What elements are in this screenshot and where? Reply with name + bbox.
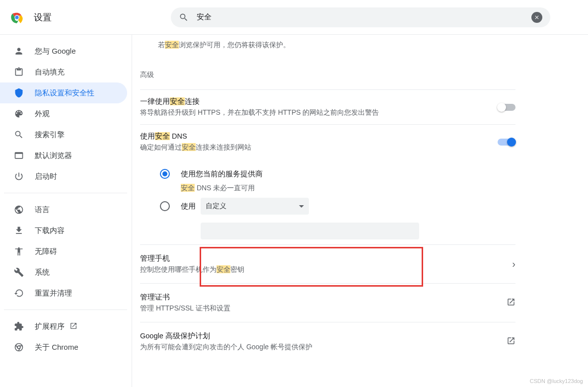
clear-search-button[interactable] xyxy=(531,12,542,23)
wrench-icon xyxy=(14,267,24,277)
always-https-toggle[interactable] xyxy=(498,104,515,111)
sidebar-item-label: 您与 Google xyxy=(35,47,76,56)
protection-description: 若安全浏览保护可用，您仍将获得该保护。 xyxy=(140,38,515,53)
sidebar-item-search-engine[interactable]: 搜索引擎 xyxy=(0,124,127,145)
sidebar-item-label: 隐私设置和安全性 xyxy=(35,88,94,98)
close-icon xyxy=(534,14,540,20)
advanced-protection-row[interactable]: Google 高级保护计划 为所有可能会遭到定向攻击的个人 Google 帐号提… xyxy=(140,322,515,361)
sidebar-item-label: 外观 xyxy=(35,109,50,119)
sidebar-item-startup[interactable]: 启动时 xyxy=(0,166,127,187)
sidebar-item-label: 下载内容 xyxy=(35,226,65,235)
sidebar: 您与 Google 自动填充 隐私设置和安全性 外观 搜索引擎 默认浏览器 启动… xyxy=(0,35,132,387)
sidebar-item-autofill[interactable]: 自动填充 xyxy=(0,62,127,82)
secure-dns-toggle[interactable] xyxy=(498,139,515,146)
globe-icon xyxy=(14,205,24,215)
search-icon xyxy=(179,12,189,22)
manage-certificates-row[interactable]: 管理证书 管理 HTTPS/SSL 证书和设置 xyxy=(140,283,515,322)
sidebar-item-label: 启动时 xyxy=(35,172,57,181)
open-external-icon xyxy=(507,336,515,347)
dns-option-custom[interactable]: 使用 自定义 xyxy=(160,198,515,215)
open-external-icon xyxy=(70,322,77,331)
download-icon xyxy=(14,226,24,235)
sidebar-item-privacy-security[interactable]: 隐私设置和安全性 xyxy=(0,82,127,103)
chrome-logo-icon xyxy=(10,10,24,24)
restore-icon xyxy=(14,288,24,298)
radio-label: 使用 xyxy=(181,202,196,211)
power-icon xyxy=(14,171,24,181)
dns-provider-dropdown[interactable]: 自定义 xyxy=(201,198,309,215)
main-content: 若安全浏览保护可用，您仍将获得该保护。 高级 一律使用安全连接 将导航路径升级到… xyxy=(132,35,588,387)
manage-certificates-sub: 管理 HTTPS/SSL 证书和设置 xyxy=(140,304,230,313)
page-title: 设置 xyxy=(34,11,52,23)
sidebar-item-label: 默认浏览器 xyxy=(35,151,72,160)
sidebar-item-appearance[interactable]: 外观 xyxy=(0,103,127,124)
always-https-title: 一律使用安全连接 xyxy=(140,97,498,106)
person-icon xyxy=(14,46,24,56)
secure-dns-options: 使用您当前的服务提供商 安全 DNS 未必一直可用 使用 自定义 xyxy=(140,159,515,244)
sidebar-item-label: 无障碍 xyxy=(35,247,57,256)
advanced-protection-sub: 为所有可能会遭到定向攻击的个人 Google 帐号提供保护 xyxy=(140,343,312,352)
clipboard-icon xyxy=(14,67,24,77)
manage-phones-sub: 控制您使用哪些手机作为安全密钥 xyxy=(140,265,244,274)
radio-label: 使用您当前的服务提供商 xyxy=(181,169,263,179)
dns-option-current-sub: 安全 DNS 未必一直可用 xyxy=(181,184,515,193)
divider xyxy=(4,193,127,193)
app-header: 设置 安全 xyxy=(0,0,588,35)
divider xyxy=(4,310,127,310)
sidebar-item-default-browser[interactable]: 默认浏览器 xyxy=(0,145,127,166)
sidebar-item-label: 搜索引擎 xyxy=(35,130,65,140)
dns-custom-input[interactable] xyxy=(201,223,419,239)
sidebar-item-downloads[interactable]: 下载内容 xyxy=(0,220,127,241)
accessibility-icon xyxy=(14,246,24,256)
secure-dns-row: 使用安全 DNS 确定如何通过安全连接来连接到网站 xyxy=(140,124,515,159)
dns-option-current-provider[interactable]: 使用您当前的服务提供商 xyxy=(160,169,515,179)
sidebar-item-about[interactable]: 关于 Chrome xyxy=(0,337,127,358)
secure-dns-title: 使用安全 DNS xyxy=(140,132,498,141)
sidebar-item-label: 重置并清理 xyxy=(35,289,72,298)
radio-icon xyxy=(160,169,170,179)
search-icon xyxy=(14,130,24,140)
manage-certificates-title: 管理证书 xyxy=(140,293,230,302)
advanced-protection-title: Google 高级保护计划 xyxy=(140,331,312,341)
sidebar-item-label: 关于 Chrome xyxy=(35,343,78,352)
sidebar-item-label: 自动填充 xyxy=(35,68,65,77)
extension-icon xyxy=(14,321,24,331)
open-external-icon xyxy=(507,298,515,308)
sidebar-item-reset[interactable]: 重置并清理 xyxy=(0,283,127,304)
chrome-outline-icon xyxy=(14,342,24,352)
chevron-right-icon: › xyxy=(512,258,515,270)
sidebar-item-you-and-google[interactable]: 您与 Google xyxy=(0,41,127,62)
sidebar-item-label: 语言 xyxy=(35,205,50,215)
sidebar-item-label: 系统 xyxy=(35,268,50,277)
manage-phones-row[interactable]: 管理手机 控制您使用哪些手机作为安全密钥 › xyxy=(140,244,515,283)
always-https-sub: 将导航路径升级到 HTTPS，并在加载不支持 HTTPS 的网站之前向您发出警告 xyxy=(140,108,498,117)
search-bar[interactable]: 安全 xyxy=(171,7,550,27)
always-https-row: 一律使用安全连接 将导航路径升级到 HTTPS，并在加载不支持 HTTPS 的网… xyxy=(140,89,515,124)
chevron-down-icon xyxy=(299,205,304,208)
sidebar-item-system[interactable]: 系统 xyxy=(0,262,127,283)
palette-icon xyxy=(14,109,24,119)
sidebar-item-extensions[interactable]: 扩展程序 xyxy=(0,316,127,337)
radio-icon xyxy=(160,201,170,211)
sidebar-item-accessibility[interactable]: 无障碍 xyxy=(0,241,127,262)
secure-dns-sub: 确定如何通过安全连接来连接到网站 xyxy=(140,143,498,152)
dropdown-label: 自定义 xyxy=(206,202,226,211)
sidebar-item-label: 扩展程序 xyxy=(35,322,65,331)
shield-icon xyxy=(14,88,24,98)
manage-phones-title: 管理手机 xyxy=(140,254,244,263)
browser-icon xyxy=(14,151,24,160)
watermark: CSDN @lucky123dog xyxy=(530,378,583,384)
advanced-section-title: 高级 xyxy=(140,71,515,79)
search-input-value: 安全 xyxy=(197,12,531,22)
sidebar-item-language[interactable]: 语言 xyxy=(0,199,127,220)
